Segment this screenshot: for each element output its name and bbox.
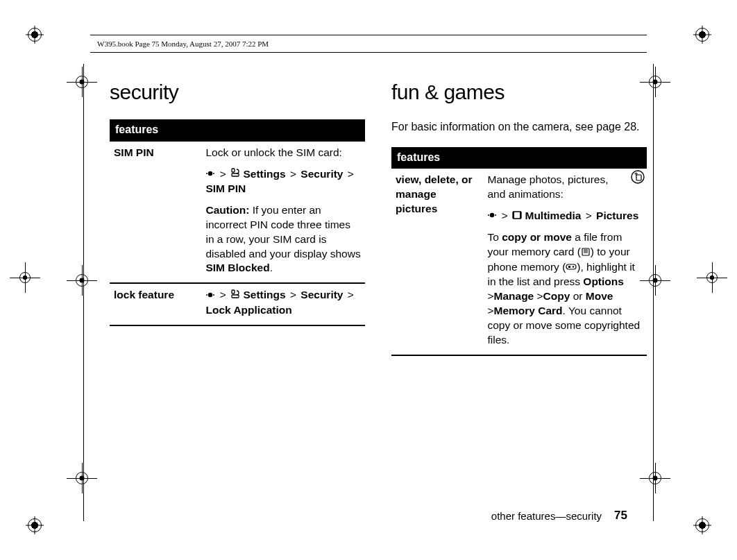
svg-point-2 <box>213 173 214 174</box>
svg-point-1 <box>206 173 207 174</box>
manage-pictures-intro: Manage photos, pictures, and animations: <box>487 173 643 202</box>
svg-rect-3 <box>232 169 235 172</box>
svg-point-15 <box>495 214 496 216</box>
center-key-icon <box>205 289 215 303</box>
row-desc-sim-pin: Lock or unlock the SIM card: > Settings … <box>201 141 365 284</box>
sim-pin-nav: > Settings > Security > SIM PIN <box>205 167 361 196</box>
svg-rect-4 <box>232 173 239 176</box>
svg-point-6 <box>206 294 207 296</box>
center-key-icon <box>487 209 497 223</box>
svg-point-0 <box>208 171 212 176</box>
sim-pin-caution: Caution: If you enter an incorrect PIN c… <box>205 203 361 276</box>
column-left: security features SIM PIN Lock or unlock… <box>110 80 365 498</box>
page-footer: other features—security 75 <box>491 509 627 523</box>
table-header: features <box>391 147 647 169</box>
row-label-sim-pin: SIM PIN <box>110 141 201 284</box>
optional-feature-icon: + <box>630 170 645 188</box>
settings-icon <box>230 289 240 303</box>
svg-rect-23 <box>566 264 576 269</box>
memory-card-icon <box>581 246 591 260</box>
table-header: features <box>110 119 365 141</box>
svg-point-7 <box>213 294 214 296</box>
multimedia-icon <box>512 209 522 223</box>
sim-pin-intro: Lock or unlock the SIM card: <box>205 146 361 160</box>
svg-rect-24 <box>568 266 570 268</box>
svg-point-5 <box>208 293 212 297</box>
heading-security: security <box>110 80 365 104</box>
row-label-manage-pictures: view, delete, or manage pictures <box>391 168 483 355</box>
svg-rect-17 <box>513 212 514 219</box>
svg-point-13 <box>490 213 494 217</box>
features-table-security: features SIM PIN Lock or unlock the SIM … <box>110 119 365 326</box>
page-number: 75 <box>614 509 627 523</box>
heading-fun-games: fun & games <box>391 80 647 104</box>
lock-feature-nav: > Settings > Security > Lock Application <box>205 288 361 317</box>
svg-rect-8 <box>232 290 235 294</box>
svg-point-25 <box>573 266 574 267</box>
features-table-fun: features view, delete, or manage picture… <box>391 147 647 356</box>
center-key-icon <box>205 167 215 182</box>
camera-intro: For basic information on the camera, see… <box>391 119 647 135</box>
row-label-lock-feature: lock feature <box>110 283 201 325</box>
crop-mark-icon <box>28 28 42 42</box>
column-right: fun & games For basic information on the… <box>391 80 647 498</box>
row-desc-lock-feature: > Settings > Security > Lock Application <box>201 283 365 325</box>
registration-cross-icon <box>697 262 727 293</box>
svg-rect-18 <box>520 212 521 219</box>
crop-mark-icon <box>695 518 709 532</box>
crop-mark-icon <box>28 518 42 532</box>
page-content: security features SIM PIN Lock or unlock… <box>110 80 647 498</box>
row-desc-manage-pictures: + Manage photos, pictures, and animation… <box>483 168 647 355</box>
manage-pictures-nav: > Multimedia > Pictures <box>487 209 643 223</box>
registration-cross-icon <box>10 262 40 293</box>
phone-memory-icon <box>566 260 577 275</box>
svg-point-14 <box>488 214 489 216</box>
footer-section: other features—security <box>491 510 602 522</box>
crop-mark-icon <box>695 28 709 42</box>
manage-pictures-body: To copy or move a file from your memory … <box>487 230 643 347</box>
settings-icon <box>230 167 240 182</box>
running-head: W395.book Page 75 Monday, August 27, 200… <box>90 35 647 53</box>
svg-rect-9 <box>232 295 239 298</box>
